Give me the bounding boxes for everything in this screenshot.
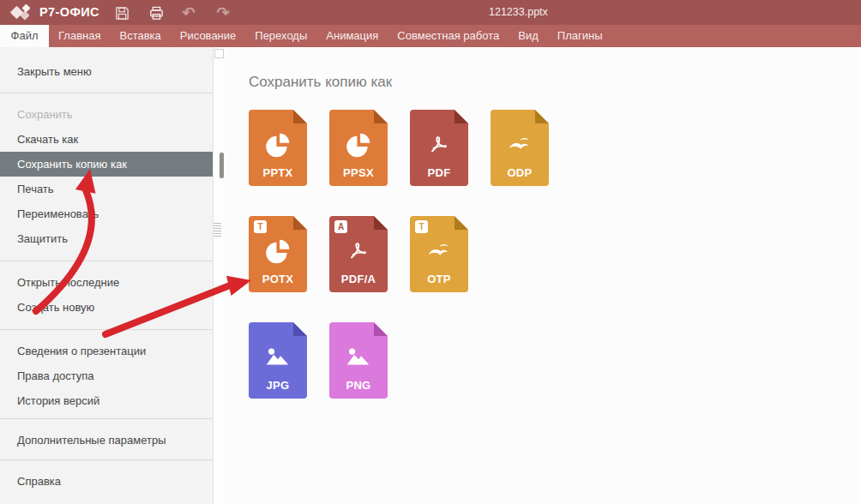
- format-label: PDF/A: [329, 273, 388, 285]
- folded-corner: [293, 322, 307, 336]
- file-menu-screen: Закрыть менюСохранитьСкачать какСохранит…: [0, 47, 861, 504]
- undo-button[interactable]: ↶: [179, 3, 198, 22]
- tab-file-active[interactable]: Файл: [0, 25, 49, 47]
- file-menu-panel: Закрыть менюСохранитьСкачать какСохранит…: [0, 47, 213, 504]
- app-logo: Р7-ОФИС: [11, 3, 99, 21]
- tab[interactable]: Анимация: [316, 25, 388, 47]
- menu-item[interactable]: История версий: [0, 388, 213, 413]
- menu-item[interactable]: Открыть последние: [0, 270, 213, 295]
- menu-group: Дополнительные параметры: [0, 418, 213, 459]
- folded-corner: [455, 216, 468, 230]
- menu-group: Открыть последниеСоздать новую: [0, 261, 213, 329]
- scrollbar-top-cap: [214, 49, 224, 58]
- redo-button[interactable]: ↷: [214, 3, 232, 22]
- acrobat-icon: [344, 237, 373, 267]
- tab[interactable]: Вид: [509, 25, 548, 47]
- menu-item[interactable]: Защитить: [0, 226, 213, 251]
- save-icon: [114, 5, 130, 21]
- pie-chart-icon: [344, 131, 373, 160]
- tab-bar: ФайлГлавнаяВставкаРисованиеПереходыАнима…: [0, 25, 861, 47]
- format-tile-pptx[interactable]: PPTX: [249, 110, 307, 186]
- format-label: JPG: [249, 379, 307, 392]
- format-label: PPTX: [249, 166, 307, 179]
- tab[interactable]: Главная: [49, 25, 110, 47]
- print-button[interactable]: [147, 3, 166, 22]
- menu-item[interactable]: Скачать как: [0, 127, 213, 152]
- menu-item[interactable]: Справка: [0, 469, 213, 494]
- menu-item[interactable]: Сохранить копию как: [0, 152, 213, 177]
- folded-corner: [374, 322, 388, 336]
- tab[interactable]: Рисование: [171, 25, 245, 47]
- pie-chart-icon: [263, 131, 292, 160]
- format-label: POTX: [249, 273, 307, 285]
- folded-corner: [455, 110, 468, 123]
- format-label: PDF: [410, 166, 468, 179]
- print-icon: [148, 5, 165, 21]
- tab[interactable]: Переходы: [245, 25, 316, 47]
- r7-office-logo-icon: [11, 3, 33, 21]
- acrobat-icon: [424, 131, 454, 160]
- format-tile-pdf[interactable]: PDF: [410, 110, 468, 186]
- menu-item: Сохранить: [0, 102, 213, 127]
- folded-corner: [293, 110, 307, 123]
- format-tile-otp[interactable]: TOTP: [410, 216, 468, 292]
- gulls-icon: [505, 131, 534, 160]
- menu-group: Закрыть меню: [0, 47, 213, 93]
- tab[interactable]: Вставка: [110, 25, 170, 47]
- format-tile-ppsx[interactable]: PPSX: [329, 110, 388, 186]
- image-icon: [344, 344, 373, 373]
- folded-corner: [374, 110, 388, 123]
- format-tile-pdf-a[interactable]: APDF/A: [329, 216, 388, 292]
- document-title: 121233.pptx: [489, 6, 548, 18]
- menu-item[interactable]: Права доступа: [0, 363, 213, 388]
- template-badge: T: [415, 220, 428, 233]
- tab[interactable]: Плагины: [548, 25, 612, 47]
- format-row: JPGPNG: [249, 322, 861, 399]
- gulls-icon: [424, 237, 454, 267]
- menu-group: Сведения о презентацииПрава доступаИстор…: [0, 329, 213, 418]
- tab[interactable]: Совместная работа: [388, 25, 509, 47]
- page-title: Сохранить копию как: [249, 74, 861, 91]
- undo-icon: ↶: [182, 4, 195, 21]
- menu-group: СохранитьСкачать какСохранить копию какП…: [0, 93, 213, 261]
- redo-icon: ↷: [216, 4, 229, 21]
- format-row: TPOTXAPDF/ATOTP: [249, 216, 861, 292]
- pie-chart-icon: [263, 237, 292, 267]
- save-button[interactable]: [112, 3, 131, 22]
- format-tile-odp[interactable]: ODP: [491, 110, 549, 186]
- format-grid: PPTXPPSXPDFODPTPOTXAPDF/ATOTPJPGPNG: [249, 110, 861, 399]
- logo-text: Р7-ОФИС: [39, 3, 99, 21]
- template-badge: T: [254, 220, 267, 233]
- folded-corner: [374, 216, 388, 230]
- menu-item[interactable]: Печать: [0, 177, 213, 201]
- presentation-editor-window: Р7-ОФИС ↶ ↷ 121233.pptx ФайлГлавнаяВстав…: [0, 0, 861, 504]
- menu-item[interactable]: Дополнительные параметры: [0, 428, 213, 453]
- format-row: PPTXPPSXPDFODP: [249, 110, 861, 186]
- format-label: OTP: [410, 273, 468, 285]
- scrollbar-thumb[interactable]: [220, 153, 224, 178]
- image-icon: [263, 344, 292, 373]
- format-label: ODP: [491, 166, 549, 179]
- format-label: PNG: [329, 379, 388, 392]
- menu-item[interactable]: Переименовать: [0, 201, 213, 226]
- menu-item[interactable]: Создать новую: [0, 295, 213, 320]
- format-tile-potx[interactable]: TPOTX: [249, 216, 307, 292]
- format-tile-png[interactable]: PNG: [329, 322, 388, 399]
- menu-group: Справка: [0, 459, 213, 503]
- save-copy-panel: Сохранить копию как PPTXPPSXPDFODPTPOTXA…: [226, 47, 861, 504]
- menu-item[interactable]: Сведения о презентации: [0, 339, 213, 363]
- panel-resizer-grip[interactable]: [214, 223, 221, 237]
- folded-corner: [535, 110, 549, 123]
- format-label: PPSX: [329, 166, 388, 179]
- top-bar: Р7-ОФИС ↶ ↷ 121233.pptx: [0, 0, 861, 25]
- format-tile-jpg[interactable]: JPG: [249, 322, 307, 399]
- scrollbar-track[interactable]: [213, 47, 226, 504]
- folded-corner: [293, 216, 307, 230]
- menu-item[interactable]: Закрыть меню: [0, 59, 213, 84]
- template-badge: A: [334, 220, 347, 233]
